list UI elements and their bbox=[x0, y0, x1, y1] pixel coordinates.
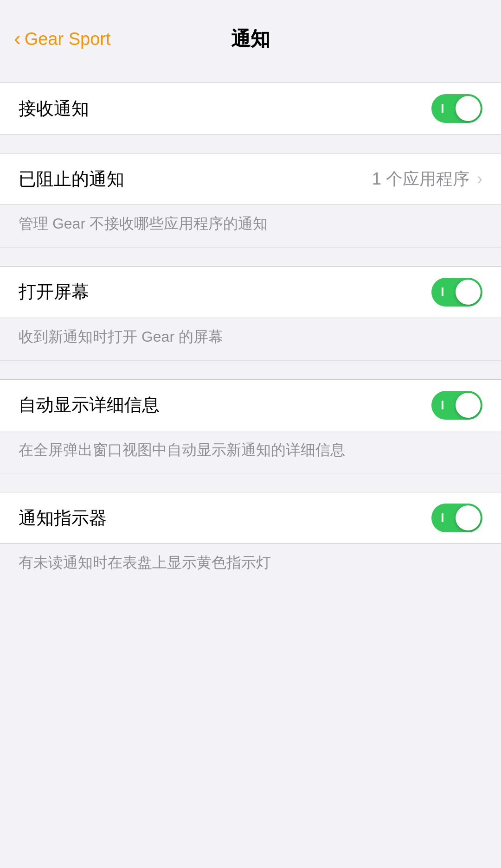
toggle-i-icon-auto: I bbox=[441, 399, 444, 412]
wake-screen-label: 打开屏幕 bbox=[19, 280, 89, 304]
notification-indicator-description: 有未读通知时在表盘上显示黄色指示灯 bbox=[19, 554, 271, 571]
blocked-notifications-value-container: 1 个应用程序 › bbox=[372, 168, 482, 191]
page-content: 接收通知 I 已阻止的通知 1 个应用程序 › 管理 Gear 不接收哪些应用程… bbox=[0, 64, 501, 868]
receive-notifications-label: 接收通知 bbox=[19, 97, 89, 121]
toggle-i-icon: I bbox=[441, 102, 444, 115]
toggle-thumb-receive bbox=[456, 96, 481, 121]
navigation-bar: ‹ Gear Sport 通知 bbox=[0, 0, 501, 64]
receive-notifications-group: 接收通知 I bbox=[0, 83, 501, 134]
auto-show-details-row: 自动显示详细信息 I bbox=[0, 380, 501, 431]
toggle-track-wake: I bbox=[431, 278, 482, 306]
toggle-thumb-indicator bbox=[456, 505, 481, 530]
auto-show-details-description-row: 在全屏弹出窗口视图中自动显示新通知的详细信息 bbox=[0, 431, 501, 474]
wake-screen-row: 打开屏幕 I bbox=[0, 267, 501, 318]
blocked-notifications-count: 1 个应用程序 bbox=[372, 168, 469, 191]
section-gap-3 bbox=[0, 248, 501, 266]
chevron-right-icon: › bbox=[477, 169, 482, 189]
toggle-thumb-wake bbox=[456, 280, 481, 305]
section-gap-1 bbox=[0, 64, 501, 83]
page-title: 通知 bbox=[231, 26, 270, 52]
toggle-thumb-auto bbox=[456, 393, 481, 418]
receive-notifications-row: 接收通知 I bbox=[0, 83, 501, 134]
section-gap-5 bbox=[0, 473, 501, 492]
wake-screen-group: 打开屏幕 I bbox=[0, 266, 501, 318]
auto-show-details-toggle[interactable]: I bbox=[431, 391, 482, 420]
notification-indicator-toggle[interactable]: I bbox=[431, 504, 482, 532]
toggle-track-auto: I bbox=[431, 391, 482, 420]
notification-indicator-row: 通知指示器 I bbox=[0, 492, 501, 543]
toggle-i-icon-indicator: I bbox=[441, 511, 444, 524]
toggle-track-receive: I bbox=[431, 94, 482, 123]
auto-show-details-description: 在全屏弹出窗口视图中自动显示新通知的详细信息 bbox=[19, 441, 345, 458]
wake-screen-description-row: 收到新通知时打开 Gear 的屏幕 bbox=[0, 318, 501, 361]
wake-screen-description: 收到新通知时打开 Gear 的屏幕 bbox=[19, 328, 223, 345]
back-button[interactable]: ‹ Gear Sport bbox=[14, 29, 111, 49]
blocked-notifications-row[interactable]: 已阻止的通知 1 个应用程序 › bbox=[0, 153, 501, 204]
notification-indicator-label: 通知指示器 bbox=[19, 506, 107, 530]
section-gap-4 bbox=[0, 361, 501, 379]
blocked-notifications-description-row: 管理 Gear 不接收哪些应用程序的通知 bbox=[0, 205, 501, 248]
notification-indicator-group: 通知指示器 I bbox=[0, 492, 501, 544]
toggle-track-indicator: I bbox=[431, 504, 482, 532]
section-gap-2 bbox=[0, 134, 501, 153]
back-chevron-icon: ‹ bbox=[14, 28, 21, 49]
receive-notifications-toggle[interactable]: I bbox=[431, 94, 482, 123]
back-label: Gear Sport bbox=[25, 29, 111, 49]
blocked-notifications-label: 已阻止的通知 bbox=[19, 167, 124, 191]
auto-show-details-label: 自动显示详细信息 bbox=[19, 393, 160, 417]
auto-show-details-group: 自动显示详细信息 I bbox=[0, 379, 501, 431]
toggle-i-icon-wake: I bbox=[441, 286, 444, 299]
blocked-notifications-group: 已阻止的通知 1 个应用程序 › bbox=[0, 153, 501, 205]
notification-indicator-description-row: 有未读通知时在表盘上显示黄色指示灯 bbox=[0, 544, 501, 586]
wake-screen-toggle[interactable]: I bbox=[431, 278, 482, 306]
blocked-notifications-description: 管理 Gear 不接收哪些应用程序的通知 bbox=[19, 215, 268, 232]
